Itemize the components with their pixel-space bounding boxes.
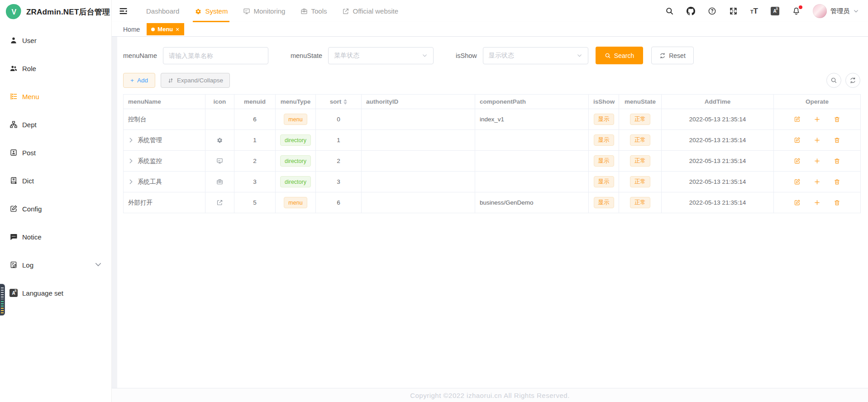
sidebar-item-language-set[interactable]: A文 Language set [0,279,111,307]
bell-icon[interactable] [792,7,801,16]
tab-label: Menu [157,26,173,33]
sort-asc-icon[interactable] [343,99,347,101]
expand-row-icon[interactable] [128,158,134,164]
add-child-icon[interactable] [814,178,820,185]
add-child-icon[interactable] [814,137,820,144]
close-icon[interactable]: × [176,26,179,33]
expand-row-icon[interactable] [128,137,134,143]
expand-row-icon[interactable] [128,179,134,185]
search-icon[interactable] [665,7,674,16]
copyright-text: Copyright ©2022 izhaorui.cn All Rights R… [410,392,570,399]
authority-id-cell [362,192,475,213]
reset-button-label: Reset [669,52,686,59]
delete-icon[interactable] [834,137,840,144]
tab-menu-active[interactable]: Menu × [147,23,184,35]
nav-tab-label: Monitoring [253,7,285,15]
sidebar-item-menu[interactable]: Menu [0,82,111,110]
top-navbar: Dashboard System Monitoring Tools Offici… [112,0,868,22]
nav-tab-official-website[interactable]: Official website [334,0,406,22]
add-child-icon[interactable] [814,116,820,123]
edit-icon[interactable] [794,178,801,185]
menu-state-tag[interactable]: 正常 [630,197,650,208]
menu-state-tag[interactable]: 正常 [630,155,650,167]
col-menu-state: menuState [619,95,662,109]
fullscreen-icon[interactable] [729,7,738,16]
monitor-icon [243,8,250,15]
is-show-tag[interactable]: 显示 [594,155,614,167]
col-add-time: AddTime [662,95,774,109]
menu-list-icon [10,92,18,100]
expand-collapse-button[interactable]: Expand/Collapse [161,73,230,88]
page-footer: Copyright ©2022 izhaorui.cn All Rights R… [112,388,868,402]
delete-icon[interactable] [834,158,840,164]
is-show-tag[interactable]: 显示 [594,176,614,187]
col-sort[interactable]: sort [316,95,362,109]
delete-icon[interactable] [834,199,840,206]
nav-tab-tools[interactable]: Tools [293,0,334,22]
table-row: 系统工具 3 directory 3 显示 正常 2022-05-13 21:3… [124,172,861,192]
tab-home[interactable]: Home [123,26,140,33]
is-show-tag[interactable]: 显示 [594,134,614,146]
sort-desc-icon[interactable] [343,102,347,105]
sidebar-item-dict[interactable]: Dict [0,167,111,195]
edit-icon[interactable] [794,116,801,123]
logo-row[interactable]: V ZRAdmin.NET后台管理 [0,0,111,24]
nav-tab-system[interactable]: System [187,0,235,22]
refresh-icon [659,53,666,59]
sidebar-item-config[interactable]: Config [0,195,111,223]
table-row: 外部打开 5 menu 6 business/GenDemo 显示 正常 202… [124,192,861,213]
menu-state-tag[interactable]: 正常 [630,114,650,125]
menu-name-input[interactable] [163,47,268,64]
add-child-icon[interactable] [814,158,820,164]
sort-cell: 3 [316,172,362,192]
sidebar-nav: User Role Menu Dept Post Dict [0,24,111,307]
github-icon[interactable] [687,7,696,16]
sidebar-item-role[interactable]: Role [0,54,111,82]
role-icon [10,64,18,72]
component-path-cell [475,151,589,172]
font-size-icon[interactable]: TT [750,7,758,15]
menu-state-tag[interactable]: 正常 [630,134,650,146]
select-placeholder: 菜单状态 [334,52,359,60]
edit-icon[interactable] [794,137,801,144]
menu-name-cell: 控制台 [128,115,147,124]
is-show-select[interactable]: 显示状态 [483,47,588,64]
delete-icon[interactable] [834,178,840,185]
theme-drawer-handle[interactable] [0,284,5,316]
user-menu[interactable]: 管理员 [813,4,859,18]
menuid-cell: 1 [234,130,276,151]
edit-icon[interactable] [794,158,801,164]
menuid-cell: 2 [234,151,276,172]
nav-tab-monitoring[interactable]: Monitoring [235,0,293,22]
is-show-label: isShow [456,52,477,59]
is-show-tag[interactable]: 显示 [594,197,614,208]
help-icon[interactable] [708,7,717,16]
chevron-down-icon [94,260,102,270]
reset-button[interactable]: Reset [651,47,694,64]
authority-id-cell [362,172,475,192]
col-menu-type: menuType [276,95,316,109]
table-row: 系统监控 2 directory 2 显示 正常 2022-05-13 21:3… [124,151,861,172]
sort-cell: 2 [316,151,362,172]
sidebar-item-dept[interactable]: Dept [0,110,111,139]
collapse-sidebar-icon[interactable] [112,6,134,16]
sidebar-item-post[interactable]: Post [0,139,111,167]
nav-tab-label: Dashboard [146,7,179,15]
search-button[interactable]: Search [596,47,643,64]
chevron-down-icon [577,53,582,58]
is-show-tag[interactable]: 显示 [594,114,614,125]
table-row: 控制台 6 menu 0 index_v1 显示 正常 2022-05-13 2… [124,109,861,130]
sidebar-item-notice[interactable]: Notice [0,223,111,251]
menu-state-select[interactable]: 菜单状态 [328,47,434,64]
menu-state-tag[interactable]: 正常 [630,176,650,187]
add-button[interactable]: + Add [123,73,155,88]
translate-icon[interactable]: A文 [770,7,779,16]
refresh-table-button[interactable] [845,73,860,88]
edit-icon[interactable] [794,199,801,206]
toggle-search-button[interactable] [826,73,841,88]
sidebar-item-log[interactable]: Log [0,251,111,279]
add-child-icon[interactable] [814,199,820,206]
delete-icon[interactable] [834,116,840,123]
nav-tab-dashboard[interactable]: Dashboard [138,0,187,22]
sidebar-item-user[interactable]: User [0,26,111,54]
